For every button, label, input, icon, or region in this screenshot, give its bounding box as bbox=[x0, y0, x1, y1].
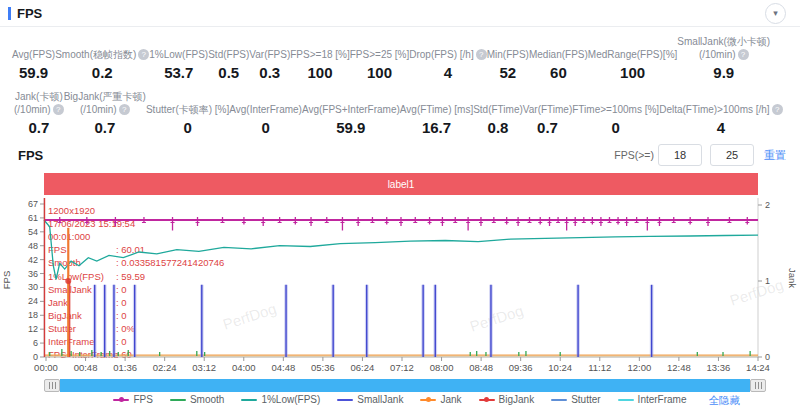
stat-label: Std(FTime) bbox=[473, 104, 523, 117]
svg-text:PerfDog: PerfDog bbox=[221, 300, 279, 333]
svg-text:54: 54 bbox=[28, 227, 38, 237]
help-icon[interactable]: ? bbox=[476, 49, 487, 60]
stat-item: FPS>=18 [%]100 bbox=[290, 49, 349, 82]
stat-item: 1%Low(FPS)53.7 bbox=[149, 49, 208, 82]
fps-threshold-input-1[interactable] bbox=[658, 144, 702, 166]
scrollbar-grip-left[interactable] bbox=[44, 379, 60, 392]
legend-item-bigjank[interactable]: BigJank bbox=[479, 394, 535, 405]
help-icon[interactable]: ? bbox=[772, 104, 783, 115]
chart-legend: FPSSmooth1%Low(FPS)SmallJankJankBigJankS… bbox=[0, 394, 800, 405]
svg-text:0: 0 bbox=[765, 352, 770, 362]
stat-value: 0 bbox=[229, 119, 302, 136]
stat-value: 60 bbox=[529, 64, 588, 81]
legend-item-smooth[interactable]: Smooth bbox=[170, 394, 224, 405]
stat-label: Stutter(卡顿率) [%] bbox=[146, 104, 229, 117]
panel-title: FPS bbox=[17, 6, 42, 21]
fps-threshold-controls: FPS(>=) 重置 bbox=[614, 144, 786, 166]
svg-text:61: 61 bbox=[28, 213, 38, 223]
stat-value: 100 bbox=[350, 64, 409, 81]
stat-item: Drop(FPS) [/h]?4 bbox=[409, 49, 486, 82]
stat-label: 1%Low(FPS) bbox=[149, 49, 208, 62]
help-icon[interactable]: ? bbox=[738, 49, 749, 60]
stat-label: Min(FPS) bbox=[487, 49, 529, 62]
stat-item: Min(FPS)52 bbox=[487, 49, 529, 82]
stat-item: Var(FPS)0.3 bbox=[249, 49, 290, 82]
x-axis-scrollbar[interactable] bbox=[44, 379, 766, 392]
svg-text:12: 12 bbox=[28, 324, 38, 334]
reset-button[interactable]: 重置 bbox=[764, 148, 786, 163]
fps-threshold-input-2[interactable] bbox=[710, 144, 754, 166]
legend-label: SmallJank bbox=[357, 394, 403, 405]
help-icon[interactable]: ? bbox=[138, 49, 149, 60]
stat-item: Delta(FTime)>100ms [/h]?4 bbox=[659, 104, 783, 137]
stat-label: Drop(FPS) [/h]? bbox=[409, 49, 486, 62]
legend-label: 1%Low(FPS) bbox=[261, 394, 320, 405]
svg-text:6: 6 bbox=[33, 338, 38, 348]
stat-value: 100 bbox=[290, 64, 349, 81]
scrollbar-track[interactable] bbox=[60, 379, 750, 392]
svg-text:02:24: 02:24 bbox=[153, 362, 177, 373]
chart-section-title: FPS bbox=[18, 148, 43, 163]
legend-item-fps[interactable]: FPS bbox=[113, 394, 152, 405]
stat-item: Avg(FTime) [ms]16.7 bbox=[400, 104, 473, 137]
stat-label: Median(FPS) bbox=[529, 49, 588, 62]
legend-item-smalljank[interactable]: SmallJank bbox=[337, 394, 403, 405]
legend-marker bbox=[113, 399, 129, 401]
stat-item: Jank(卡顿)(/10min)?0.7 bbox=[14, 91, 64, 136]
stat-label: Delta(FTime)>100ms [/h]? bbox=[659, 104, 783, 117]
stats-row-1: Avg(FPS)59.9Smooth(稳帧指数)?0.21%Low(FPS)53… bbox=[0, 27, 800, 81]
stat-label: FPS>=18 [%] bbox=[290, 49, 349, 62]
collapse-button[interactable]: ▾ bbox=[765, 3, 786, 24]
scrollbar-grip-right[interactable] bbox=[750, 379, 766, 392]
svg-text:0: 0 bbox=[33, 352, 38, 362]
svg-text:PerfDog: PerfDog bbox=[728, 276, 786, 309]
legend-item-jank[interactable]: Jank bbox=[420, 394, 461, 405]
svg-text:67: 67 bbox=[28, 199, 38, 209]
stat-label: FPS>=25 [%] bbox=[350, 49, 409, 62]
stat-value: 100 bbox=[588, 64, 677, 81]
legend-label: Jank bbox=[440, 394, 461, 405]
svg-text:1: 1 bbox=[765, 276, 770, 286]
svg-text:FPS: FPS bbox=[1, 271, 12, 289]
svg-text:07:12: 07:12 bbox=[390, 362, 414, 373]
svg-text:08:48: 08:48 bbox=[469, 362, 493, 373]
legend-marker bbox=[420, 399, 436, 401]
stat-item: SmallJank(微小卡顿)(/10min)?9.9 bbox=[677, 36, 770, 81]
stat-value: 4 bbox=[409, 64, 486, 81]
stat-item: Smooth(稳帧指数)?0.2 bbox=[55, 49, 149, 82]
svg-text:04:00: 04:00 bbox=[232, 362, 256, 373]
legend-item-interframe[interactable]: InterFrame bbox=[618, 394, 687, 405]
svg-text:00:00: 00:00 bbox=[34, 362, 58, 373]
help-icon[interactable]: ? bbox=[53, 104, 64, 115]
stat-value: 0.2 bbox=[55, 64, 149, 81]
legend-marker bbox=[170, 399, 186, 401]
stat-item: Std(FPS)0.5 bbox=[208, 49, 249, 82]
svg-text:04:48: 04:48 bbox=[271, 362, 295, 373]
stat-label: Avg(FPS) bbox=[12, 49, 55, 62]
stat-value: 0.7 bbox=[64, 119, 146, 136]
chart-label-banner: label1 bbox=[44, 173, 758, 195]
stat-item: Stutter(卡顿率) [%]0 bbox=[146, 104, 229, 137]
help-icon[interactable]: ? bbox=[119, 104, 130, 115]
legend-item-1-low-fps-[interactable]: 1%Low(FPS) bbox=[241, 394, 320, 405]
stat-item: MedRange(FPS)[%]100 bbox=[588, 49, 677, 82]
fps-threshold-label: FPS(>=) bbox=[614, 149, 654, 161]
svg-text:48: 48 bbox=[28, 241, 38, 251]
svg-text:Jank: Jank bbox=[787, 268, 798, 288]
svg-text:12:48: 12:48 bbox=[667, 362, 691, 373]
accent-bar bbox=[8, 7, 11, 20]
legend-label: BigJank bbox=[499, 394, 535, 405]
stat-value: 59.9 bbox=[302, 119, 400, 136]
stat-item: FPS>=25 [%]100 bbox=[350, 49, 409, 82]
legend-item-stutter[interactable]: Stutter bbox=[551, 394, 600, 405]
legend-marker bbox=[618, 399, 634, 401]
stat-label: SmallJank(微小卡顿)(/10min)? bbox=[677, 36, 770, 61]
collapse-icon: ▾ bbox=[773, 8, 778, 18]
chart-section-bar: FPS FPS(>=) 重置 bbox=[0, 136, 800, 168]
svg-text:12:00: 12:00 bbox=[627, 362, 651, 373]
legend-label: InterFrame bbox=[638, 394, 687, 405]
stat-value: 4 bbox=[659, 119, 783, 136]
hide-all-button[interactable]: 全隐藏 bbox=[709, 394, 741, 407]
svg-text:00:48: 00:48 bbox=[74, 362, 98, 373]
svg-text:30: 30 bbox=[28, 282, 38, 292]
